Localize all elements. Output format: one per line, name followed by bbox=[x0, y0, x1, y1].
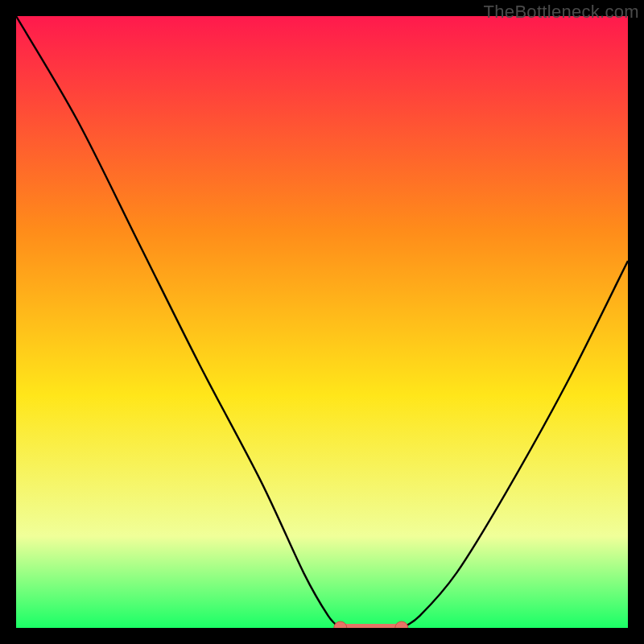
valley-dot bbox=[334, 621, 347, 628]
chart-container: TheBottleneck.com bbox=[0, 0, 644, 644]
plot-area bbox=[16, 16, 628, 628]
curve-layer bbox=[16, 16, 628, 628]
left-branch-line bbox=[16, 16, 341, 628]
watermark-text: TheBottleneck.com bbox=[484, 2, 639, 23]
right-branch-line bbox=[402, 261, 628, 628]
valley-dot bbox=[395, 621, 408, 628]
